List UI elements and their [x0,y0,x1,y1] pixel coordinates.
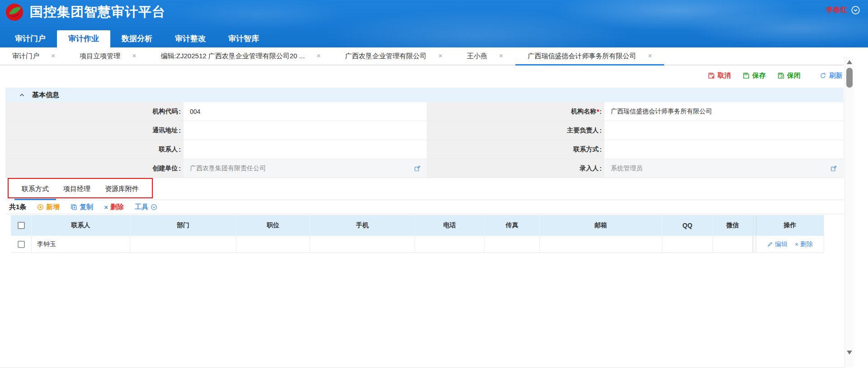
cell-wechat [713,236,753,253]
add-button[interactable]: 新增 [37,203,60,211]
doc-tab-wangxiaoyan[interactable]: 王小燕 × [455,47,515,65]
address-label: 通讯地址: [5,121,184,140]
cell-spacer [753,236,756,253]
column-header-department: 部门 [130,215,236,236]
tab-resource-attachments[interactable]: 资源库附件 [98,178,146,200]
section-title: 基本信息 [32,91,59,99]
org-code-field[interactable]: 004 [184,102,427,121]
doc-tab-ruixin-shengde[interactable]: 广西瑞信盛德会计师事务所有限公司 × [515,47,664,65]
nav-item-audit-portal[interactable]: 审计门户 [4,30,57,47]
delete-button[interactable]: × 删除 [104,203,124,211]
grid-toolbar: 共1条 新增 复制 × 删除 工具 [5,200,844,214]
entry-person-label: 录入人: [427,159,604,178]
doc-tab-label: 审计门户 [12,52,39,61]
nav-item-audit-rectify[interactable]: 审计整改 [164,30,217,47]
cell-phone [415,236,485,253]
save-button[interactable]: 保存 [743,71,766,80]
column-header-fax: 传真 [485,215,540,236]
delete-x-icon: × [104,203,108,211]
record-count: 共1条 [9,203,26,211]
form-action-bar: 取消 保存 保闭 刷新 [696,71,843,80]
close-icon[interactable]: × [648,52,652,60]
nav-item-audit-work[interactable]: 审计作业 [57,30,110,47]
close-icon[interactable]: × [132,52,136,60]
contact-way-field[interactable] [604,140,844,159]
copy-button[interactable]: 复制 [71,203,93,211]
vertical-scrollbar[interactable] [844,56,854,367]
basic-info-section-header[interactable]: 基本信息 [5,88,844,102]
scroll-up-arrow-icon[interactable] [847,60,852,64]
org-name-label: 机构名称*: [427,102,604,121]
row-edit-button[interactable]: 编辑 [767,240,788,248]
close-icon[interactable]: × [316,52,321,60]
select-all-checkbox[interactable] [18,222,25,229]
scroll-down-arrow-icon[interactable] [847,351,852,355]
column-header-qq: QQ [662,215,713,236]
page-title: 国控集团智慧审计平台 [30,3,165,21]
detail-tab-bar: 联系方式 项目经理 资源库附件 [5,178,844,200]
principal-label: 主要负责人: [427,121,604,140]
contact-label: 联系人: [5,140,184,159]
doc-tab-project-approval[interactable]: 项目立项管理 × [67,47,148,65]
brand: 国控集团智慧审计平台 [5,3,165,21]
cell-qq [662,236,713,253]
chevron-down-circle-icon[interactable] [851,6,860,14]
save-close-button[interactable]: 保闭 [778,71,801,80]
delete-x-icon: × [795,241,798,248]
doc-tab-audit-portal[interactable]: 审计门户 × [0,47,67,65]
address-field[interactable] [184,121,427,140]
user-name: 李春红 [826,5,848,15]
contact-way-label: 联系方式: [427,140,604,159]
nav-item-data-analysis[interactable]: 数据分析 [110,30,164,47]
add-circle-icon [37,204,44,211]
entry-person-field: 系统管理员 [604,159,844,178]
close-icon[interactable]: × [51,52,55,60]
column-header-contact: 联系人 [32,215,130,236]
doc-tab-guangxi-nongken[interactable]: 广西农垦企业管理有限公司 × [333,47,454,65]
row-checkbox[interactable] [18,241,25,248]
contacts-table: 联系人 部门 职位 手机 电话 传真 邮箱 QQ 微信 操作 李钟玉 编辑 [11,215,824,253]
refresh-button[interactable]: 刷新 [820,71,843,80]
collapse-caret-icon[interactable] [19,92,25,98]
select-all-header [11,215,32,236]
column-header-position: 职位 [236,215,310,236]
edit-pencil-icon [767,241,773,247]
content-bottom-border [0,367,845,368]
doc-tab-edit-zj202512[interactable]: 编辑:ZJ202512 广西农垦企业管理有限公司20 ... × [149,47,333,65]
cell-contact-name: 李钟玉 [32,236,130,253]
contact-field[interactable] [184,140,427,159]
row-actions-cell: 编辑 × 删除 [756,236,824,253]
document-tab-bar: 审计门户 × 项目立项管理 × 编辑:ZJ202512 广西农垦企业管理有限公司… [0,47,844,66]
cancel-button[interactable]: 取消 [708,71,731,80]
doc-tab-label: 王小燕 [467,52,487,61]
row-delete-button[interactable]: × 删除 [795,240,813,248]
tools-dropdown[interactable]: 工具 [135,203,157,211]
copy-icon [71,204,77,211]
save-icon [743,72,750,79]
external-link-icon[interactable] [414,165,420,172]
org-name-field[interactable]: 广西瑞信盛德会计师事务所有限公司 [604,102,844,121]
close-icon[interactable]: × [499,52,503,60]
column-header-email: 邮箱 [540,215,662,236]
doc-tab-label: 广西瑞信盛德会计师事务所有限公司 [528,52,636,61]
refresh-icon [820,72,826,79]
tab-contact-info[interactable]: 联系方式 [14,178,56,200]
tab-project-manager[interactable]: 项目经理 [56,178,98,200]
column-header-mobile: 手机 [310,215,415,236]
save-close-icon [778,72,784,79]
close-icon[interactable]: × [438,52,442,60]
company-logo-icon [5,3,24,21]
external-link-icon[interactable] [830,165,837,172]
user-menu[interactable]: 李春红 [826,5,860,15]
scrollbar-thumb[interactable] [846,68,853,88]
app-header: 国控集团智慧审计平台 李春红 审计门户 审计作业 数据分析 审计整改 审计智库 [0,0,868,47]
principal-field[interactable] [604,121,844,140]
cell-department [130,236,236,253]
org-code-label: 机构代码: [5,102,184,121]
chevron-down-circle-icon [151,204,157,211]
doc-tab-label: 项目立项管理 [80,52,120,61]
app-window: 国控集团智慧审计平台 李春红 审计门户 审计作业 数据分析 审计整改 审计智库 … [0,0,868,379]
cell-position [236,236,310,253]
cell-fax [485,236,540,253]
nav-item-audit-knowledge[interactable]: 审计智库 [217,30,270,47]
